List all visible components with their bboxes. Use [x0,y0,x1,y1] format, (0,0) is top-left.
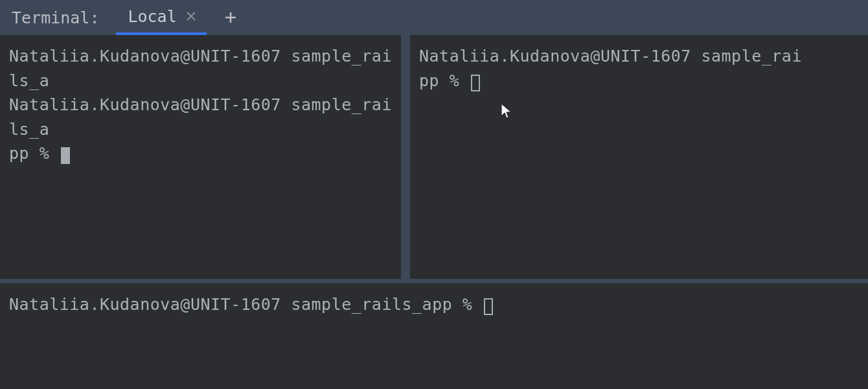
plus-icon[interactable] [221,8,240,27]
terminal-pane-top-left[interactable]: Nataliia.Kudanova@UNIT-1607 sample_rails… [0,35,401,279]
terminal-line: pp % [9,141,392,166]
vertical-splitter[interactable] [401,35,410,279]
cursor-outline-icon [471,75,480,91]
terminal-line: Nataliia.Kudanova@UNIT-1607 sample_rai [419,44,859,69]
top-panes-container: Nataliia.Kudanova@UNIT-1607 sample_rails… [0,35,868,279]
terminal-title: Terminal: [12,8,99,27]
terminal-tab-bar: Terminal: Local [0,0,868,35]
tab-label: Local [128,7,176,26]
terminal-line: Nataliia.Kudanova@UNIT-1607 sample_rails… [9,44,392,93]
tab-local[interactable]: Local [116,0,206,35]
terminal-line: Nataliia.Kudanova@UNIT-1607 sample_rails… [9,292,859,317]
terminal-line: pp % [419,69,859,93]
terminal-pane-top-right[interactable]: Nataliia.Kudanova@UNIT-1607 sample_rai p… [410,35,868,279]
horizontal-splitter[interactable] [0,279,868,283]
terminal-pane-bottom[interactable]: Nataliia.Kudanova@UNIT-1607 sample_rails… [0,283,868,389]
cursor-arrow-icon [501,102,512,119]
close-icon[interactable] [185,10,198,23]
cursor-outline-icon [484,298,493,315]
cursor-block-icon [61,147,70,164]
terminal-line: Nataliia.Kudanova@UNIT-1607 sample_rails… [9,93,392,141]
